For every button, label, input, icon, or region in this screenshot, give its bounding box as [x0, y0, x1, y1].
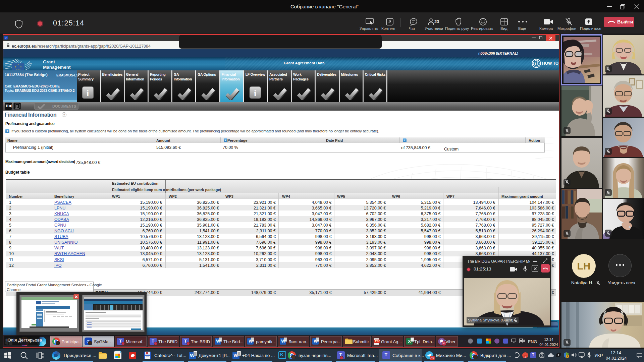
svg-text:t: t	[535, 61, 536, 66]
svg-text:i: i	[254, 88, 256, 98]
svg-text:i: i	[87, 88, 89, 98]
